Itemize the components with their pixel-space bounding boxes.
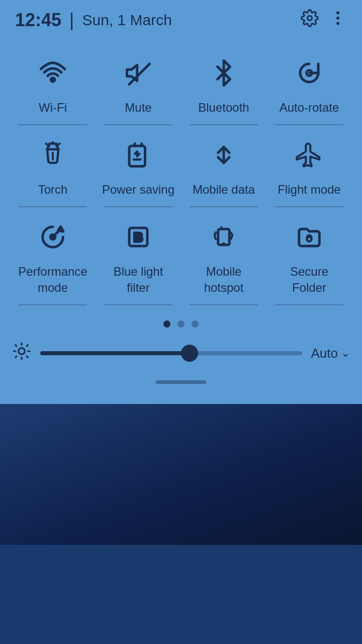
- brightness-thumb: [181, 345, 198, 362]
- flight-mode-label: Flight mode: [278, 182, 340, 197]
- power-saving-label: Power saving: [102, 182, 174, 197]
- tile-mobile-hotspot[interactable]: Mobile hotspot: [181, 207, 266, 305]
- svg-line-30: [16, 356, 17, 357]
- svg-line-26: [16, 345, 17, 346]
- tile-secure-folder[interactable]: Secure Folder: [266, 207, 352, 305]
- mute-icon: [121, 55, 156, 91]
- status-time: 12:45: [15, 10, 61, 31]
- wifi-icon: [35, 55, 70, 91]
- handle-bar[interactable]: [0, 373, 362, 394]
- status-divider: |: [69, 10, 74, 31]
- svg-line-31: [27, 345, 28, 346]
- tile-power-saving[interactable]: Power saving: [96, 125, 181, 207]
- brightness-row: Auto ⌄: [0, 342, 362, 365]
- brightness-icon: [12, 342, 31, 365]
- tile-mobile-data[interactable]: Mobile data: [181, 125, 266, 207]
- pagination-dot-1[interactable]: [163, 320, 170, 328]
- secure-folder-icon: [292, 219, 327, 255]
- svg-line-14: [137, 154, 140, 156]
- notification-panel: 12:45 | Sun, 1 March: [0, 0, 362, 404]
- tile-torch[interactable]: Torch: [10, 125, 96, 207]
- quick-tiles-grid: Wi-Fi Mute Bluetooth: [0, 38, 362, 310]
- bluetooth-icon: [206, 55, 241, 91]
- brightness-slider[interactable]: [40, 351, 302, 355]
- settings-icon[interactable]: [301, 9, 319, 31]
- pagination-dot-3[interactable]: [192, 320, 199, 328]
- mobile-hotspot-icon: [206, 219, 241, 255]
- performance-mode-label: Performance mode: [15, 264, 90, 295]
- svg-point-17: [51, 235, 55, 239]
- torch-icon: [35, 137, 70, 173]
- pagination-dot-2[interactable]: [177, 320, 185, 328]
- svg-point-0: [308, 16, 312, 21]
- svg-point-23: [19, 348, 25, 354]
- mobile-data-icon: [206, 137, 241, 173]
- more-options-icon[interactable]: [329, 9, 347, 31]
- flight-mode-icon: [292, 137, 327, 173]
- tile-mute[interactable]: Mute: [96, 43, 181, 125]
- svg-point-4: [51, 78, 55, 82]
- power-saving-icon: [121, 137, 156, 173]
- svg-point-2: [336, 17, 339, 20]
- tile-auto-rotate[interactable]: Auto-rotate: [266, 43, 352, 125]
- svg-point-1: [336, 12, 339, 15]
- svg-point-3: [336, 22, 339, 25]
- auto-rotate-icon: [292, 55, 327, 91]
- performance-mode-icon: [35, 219, 70, 255]
- status-date: Sun, 1 March: [82, 12, 171, 29]
- svg-line-27: [27, 356, 28, 357]
- tile-bluetooth[interactable]: Bluetooth: [181, 43, 266, 125]
- wifi-label: Wi-Fi: [39, 100, 67, 115]
- secure-folder-label: Secure Folder: [272, 264, 347, 295]
- status-bar: 12:45 | Sun, 1 March: [0, 0, 362, 38]
- svg-line-6: [129, 64, 150, 85]
- mute-label: Mute: [125, 100, 151, 115]
- status-right: [301, 9, 347, 31]
- bluetooth-label: Bluetooth: [198, 100, 249, 115]
- brightness-auto-toggle[interactable]: Auto ⌄: [311, 346, 350, 361]
- brightness-auto-label: Auto: [311, 346, 338, 361]
- brightness-chevron-icon: ⌄: [341, 347, 350, 360]
- wallpaper-area: [0, 404, 362, 545]
- brightness-fill: [40, 351, 190, 355]
- auto-rotate-label: Auto-rotate: [280, 100, 339, 115]
- svg-text:B: B: [134, 230, 143, 244]
- blue-light-filter-icon: B: [121, 219, 156, 255]
- drag-handle: [156, 380, 206, 384]
- pagination-dots: [0, 310, 362, 342]
- mobile-hotspot-label: Mobile hotspot: [186, 264, 261, 295]
- blue-light-filter-label: Blue light filter: [101, 264, 176, 295]
- tile-blue-light-filter[interactable]: B Blue light filter: [96, 207, 181, 305]
- mobile-data-label: Mobile data: [193, 182, 255, 197]
- tile-flight-mode[interactable]: Flight mode: [266, 125, 352, 207]
- status-left: 12:45 | Sun, 1 March: [15, 10, 172, 31]
- tile-performance-mode[interactable]: Performance mode: [10, 207, 96, 305]
- torch-label: Torch: [38, 182, 68, 197]
- tile-wifi[interactable]: Wi-Fi: [10, 43, 96, 125]
